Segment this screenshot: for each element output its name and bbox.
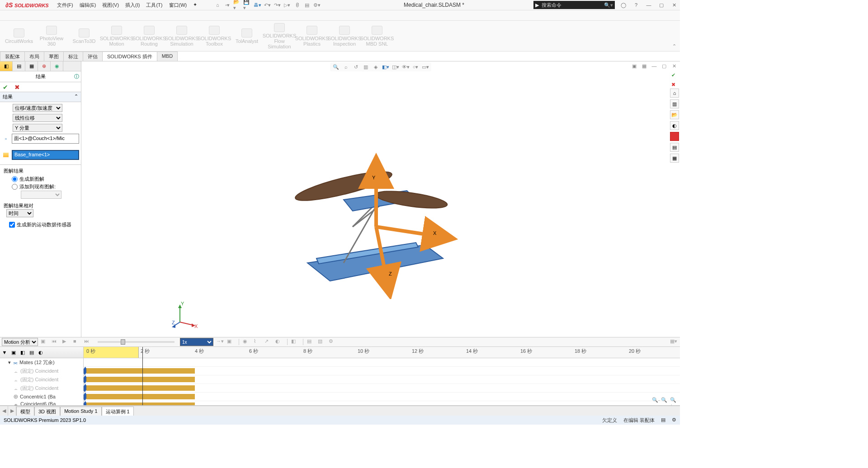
- menu-edit[interactable]: 编辑(E): [77, 1, 99, 9]
- addin-routing[interactable]: SOLIDWORKS Routing: [133, 22, 165, 50]
- redo-icon[interactable]: ↷▾: [273, 1, 281, 9]
- ribbon-collapse-icon[interactable]: ⌃: [671, 42, 677, 50]
- open-icon[interactable]: 📂▾: [233, 1, 241, 9]
- tl-filter-icon[interactable]: ▼: [0, 348, 9, 356]
- status-units-icon[interactable]: ▤: [661, 417, 665, 424]
- addin-motion[interactable]: SOLIDWORKS Motion: [100, 22, 133, 50]
- btab-model[interactable]: 模型: [16, 407, 34, 416]
- mb-contact-icon[interactable]: ◐: [275, 338, 283, 346]
- ok-icon[interactable]: ✔: [3, 84, 8, 91]
- addin-scanto3d[interactable]: ScanTo3D: [68, 22, 100, 50]
- tp-library-icon[interactable]: 📂: [670, 110, 679, 119]
- btab-prev-icon[interactable]: ◀: [0, 406, 8, 416]
- mb-motor-icon[interactable]: ◉: [243, 338, 251, 346]
- options-icon[interactable]: ▤: [303, 1, 311, 9]
- scene-icon[interactable]: ◫▾: [392, 63, 400, 70]
- tl-zoomin-icon[interactable]: 🔍+: [670, 397, 678, 404]
- hide-show-icon[interactable]: 👁▾: [401, 63, 410, 70]
- screen-icon[interactable]: ▭▾: [421, 63, 429, 70]
- confirm-check-icon[interactable]: ✔: [671, 72, 675, 78]
- tl-tool3-icon[interactable]: ▤: [27, 348, 36, 356]
- minimize-icon[interactable]: —: [645, 1, 653, 9]
- cancel-icon[interactable]: ✖: [14, 84, 20, 91]
- component-select[interactable]: Y 分量: [13, 124, 62, 132]
- radio-add-plot[interactable]: 添加到现有图解:: [4, 183, 77, 191]
- btab-3dview[interactable]: 3D 视图: [34, 407, 60, 416]
- mb-plot-icon[interactable]: ▧: [318, 338, 326, 346]
- rebuild-icon[interactable]: 🛢: [293, 1, 301, 9]
- restore-icon[interactable]: ▢: [657, 1, 665, 9]
- chk-new-sensor[interactable]: 生成新的运动数据传感器: [4, 221, 77, 229]
- stop-icon[interactable]: ■: [73, 338, 81, 346]
- play-icon[interactable]: ▶: [62, 338, 71, 346]
- addin-toolbox[interactable]: SOLIDWORKS Toolbox: [198, 22, 231, 50]
- section-icon[interactable]: ▥: [362, 63, 370, 70]
- print-icon[interactable]: 🖶▾: [253, 1, 261, 9]
- mb-gravity-icon[interactable]: ◧: [291, 338, 299, 346]
- graphics-viewport[interactable]: 🔍 ⌕ ↺ ▥ ◈ ◧▾ ◫▾ 👁▾ ○▾ ▭▾ ▣ ▦ — ▢ ✕ ✔ ✖ ⌂…: [81, 61, 680, 337]
- btab-next-icon[interactable]: ▶: [8, 406, 16, 416]
- select-icon[interactable]: ▷▾: [283, 1, 291, 9]
- pm-tab-ball[interactable]: ◉: [51, 61, 63, 71]
- mb-arrow-icon[interactable]: →▾: [216, 338, 224, 346]
- tl-zoomout-icon[interactable]: 🔍-: [652, 397, 660, 404]
- tl-tool2-icon[interactable]: ◧: [18, 348, 27, 356]
- display-style-icon[interactable]: ◧▾: [382, 63, 390, 70]
- selection-input-2[interactable]: Base_frame<1>: [12, 150, 79, 160]
- tab-swaddins[interactable]: SOLIDWORKS 插件: [102, 51, 157, 61]
- menu-star[interactable]: ✦: [190, 1, 200, 9]
- tab-annotate[interactable]: 标注: [63, 51, 83, 61]
- menu-file[interactable]: 文件(F): [54, 1, 76, 9]
- tab-layout[interactable]: 布局: [24, 51, 44, 61]
- tl-tool1-icon[interactable]: ▣: [9, 348, 18, 356]
- tab-sketch[interactable]: 草图: [44, 51, 64, 61]
- tl-tool4-icon[interactable]: ◐: [36, 348, 45, 356]
- radio-new-plot[interactable]: 生成新图解: [4, 175, 77, 183]
- addin-plastics[interactable]: SOLIDWORKS Plastics: [296, 22, 328, 50]
- tp-appearance-icon[interactable]: [670, 132, 679, 141]
- save-icon[interactable]: 💾▾: [243, 1, 251, 9]
- confirm-cancel-icon[interactable]: ✖: [671, 82, 675, 88]
- tl-zoomfit-icon[interactable]: 🔍: [661, 397, 669, 404]
- search-input[interactable]: ▶ 搜索命令 🔍▾: [533, 1, 615, 9]
- tab-evaluate[interactable]: 评估: [83, 51, 103, 61]
- menu-tools[interactable]: 工具(T): [143, 1, 165, 9]
- calc-icon[interactable]: ▣: [41, 338, 49, 346]
- relative-select[interactable]: 时间: [6, 209, 33, 217]
- mb-spring-icon[interactable]: ⌇: [254, 338, 262, 346]
- mb-force-icon[interactable]: ↗: [264, 338, 273, 346]
- tab-assembly[interactable]: 装配体: [0, 51, 25, 61]
- timeline-tree[interactable]: ▼ ▣ ◧ ▤ ◐ ▾ ⫘ Mates (12 冗余) ⫠(固定) Coinci…: [0, 347, 84, 405]
- status-cog-icon[interactable]: ⚙: [672, 417, 676, 424]
- tab-mbd[interactable]: MBD: [157, 51, 178, 61]
- win-min-icon[interactable]: —: [650, 62, 658, 70]
- menu-insert[interactable]: 插入(I): [123, 1, 142, 9]
- win-tile-icon[interactable]: ▦: [640, 62, 648, 70]
- tp-custom-icon[interactable]: ▤: [670, 143, 679, 152]
- addin-simulation[interactable]: SOLIDWORKS Simulation: [165, 22, 198, 50]
- pm-tab-display[interactable]: ▦: [25, 61, 38, 71]
- prev-view-icon[interactable]: ↺: [352, 63, 360, 70]
- mb-settings-icon[interactable]: ⚙: [329, 338, 337, 346]
- gear-icon[interactable]: ⚙▾: [313, 1, 321, 9]
- mb-results-icon[interactable]: ▤: [307, 338, 315, 346]
- mb-expand-icon[interactable]: ▦▾: [670, 338, 678, 346]
- tp-view-icon[interactable]: ◐: [670, 121, 679, 130]
- selection-input-1[interactable]: 面<1>@Couch<1>/Mic: [12, 134, 79, 144]
- pm-tab-add[interactable]: ⊕: [38, 61, 51, 71]
- win-full-icon[interactable]: ▣: [630, 62, 638, 70]
- btab-study1[interactable]: 运动算例 1: [102, 407, 134, 416]
- result-subtype-select[interactable]: 线性位移: [13, 114, 62, 122]
- play-end-icon[interactable]: ⏭: [84, 338, 92, 346]
- orient-icon[interactable]: ◈: [372, 63, 380, 70]
- help-icon[interactable]: ?: [632, 1, 640, 9]
- btab-motion1[interactable]: Motion Study 1: [60, 407, 101, 416]
- addin-circuitworks[interactable]: CircuitWorks: [3, 22, 35, 50]
- play-start-icon[interactable]: ⏮: [52, 338, 60, 346]
- home-icon[interactable]: ⌂: [213, 1, 222, 9]
- tp-resources-icon[interactable]: ▥: [670, 99, 679, 108]
- tp-forum-icon[interactable]: ▦: [670, 154, 679, 163]
- timeline-tracks[interactable]: 0 秒 2 秒 4 秒 6 秒 8 秒 10 秒 12 秒 14 秒 16 秒 …: [84, 347, 680, 405]
- tp-home-icon[interactable]: ⌂: [670, 89, 679, 98]
- mb-key-icon[interactable]: ▣: [227, 338, 235, 346]
